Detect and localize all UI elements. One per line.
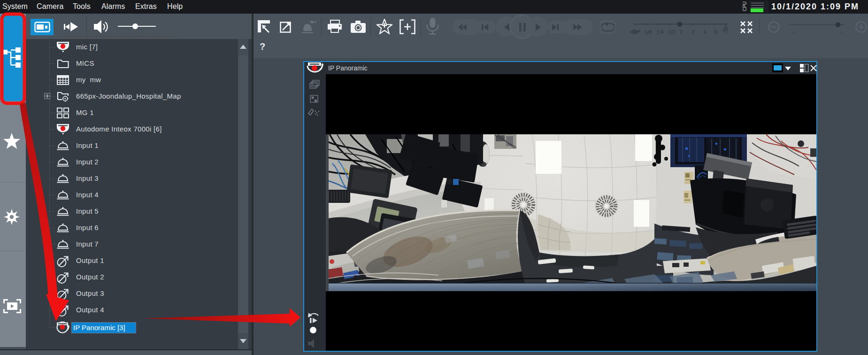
svg-text:8: 8 [714,29,717,35]
svg-text:2: 2 [691,29,694,35]
svg-text:1: 1 [680,29,683,35]
svg-text:1/8: 1/8 [645,29,652,35]
svg-text:1/2: 1/2 [668,29,675,35]
svg-text:1/4: 1/4 [656,29,663,35]
svg-text:4: 4 [703,29,706,35]
